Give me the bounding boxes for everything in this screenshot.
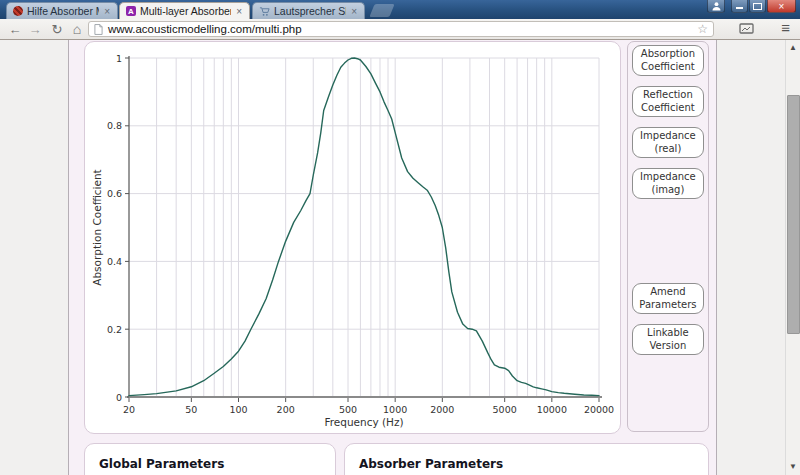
scroll-up-icon[interactable]: ▲ xyxy=(786,43,800,52)
vertical-scrollbar[interactable]: ▲ ▼ xyxy=(785,40,800,475)
chart-panel: 2050100200500100020005000100002000000.20… xyxy=(84,41,621,434)
global-parameters-title: Global Parameters xyxy=(85,444,335,471)
svg-text:5000: 5000 xyxy=(493,404,517,415)
window-controls: × xyxy=(707,0,796,13)
svg-text:0.2: 0.2 xyxy=(107,324,122,335)
tab-close-icon[interactable]: × xyxy=(103,6,111,17)
absorption-chart: 2050100200500100020005000100002000000.20… xyxy=(85,42,618,431)
svg-text:2000: 2000 xyxy=(430,404,454,415)
page-content: 2050100200500100020005000100002000000.20… xyxy=(0,40,800,475)
impedance-real-button[interactable]: Impedance (real) xyxy=(632,127,704,158)
svg-text:1000: 1000 xyxy=(383,404,407,415)
tab-lautsprecher-shop[interactable]: Lautsprecher Shop | miniC × xyxy=(252,2,365,19)
main-frame: 2050100200500100020005000100002000000.20… xyxy=(69,40,716,475)
browser-toolbar: ← → ↻ ⌂ www.acousticmodelling.com/multi.… xyxy=(0,19,800,40)
close-button[interactable]: × xyxy=(767,0,796,13)
bookmark-star-icon[interactable]: ☆ xyxy=(697,22,708,36)
svg-text:10000: 10000 xyxy=(537,404,567,415)
sidebar-spacer xyxy=(628,209,708,283)
address-bar[interactable]: www.acousticmodelling.com/multi.php ☆ xyxy=(88,21,714,37)
right-margin-frame xyxy=(716,40,785,475)
amend-parameters-button[interactable]: Amend Parameters xyxy=(632,283,704,314)
svg-text:0.8: 0.8 xyxy=(107,120,122,131)
svg-text:20000: 20000 xyxy=(584,404,614,415)
impedance-imag-button[interactable]: Impedance (imag) xyxy=(632,168,704,199)
tab-title: Multi-layer Absorber Calc xyxy=(140,5,231,17)
linkable-version-button[interactable]: Linkable Version xyxy=(632,324,704,355)
reflection-coefficient-button[interactable]: Reflection Coefficient xyxy=(632,86,704,117)
svg-text:100: 100 xyxy=(229,404,247,415)
url-text[interactable]: www.acousticmodelling.com/multi.php xyxy=(108,23,302,35)
minimize-icon xyxy=(736,7,743,9)
cart-favicon xyxy=(259,6,270,17)
svg-text:0.6: 0.6 xyxy=(107,188,122,199)
svg-text:200: 200 xyxy=(277,404,295,415)
svg-text:Frequency (Hz): Frequency (Hz) xyxy=(324,416,403,428)
maximize-icon xyxy=(753,3,762,10)
global-parameters-panel: Global Parameters xyxy=(84,443,336,475)
tab-title: Hilfe Absorber Module..!! xyxy=(27,5,99,17)
extension-icon[interactable] xyxy=(739,23,754,34)
forward-icon[interactable]: → xyxy=(26,19,44,39)
tab-close-icon[interactable]: × xyxy=(235,6,243,17)
absorption-coefficient-button[interactable]: Absorption Coefficient xyxy=(632,45,704,76)
profile-icon[interactable] xyxy=(707,0,725,13)
tab-close-icon[interactable]: × xyxy=(350,6,358,17)
left-margin-frame xyxy=(0,40,69,475)
tab-title: Lautsprecher Shop | miniC xyxy=(274,5,346,17)
svg-text:0: 0 xyxy=(116,392,122,403)
menu-icon[interactable]: ≡ xyxy=(781,19,790,36)
new-tab-button[interactable] xyxy=(369,4,394,17)
red-striped-ball-favicon xyxy=(13,6,23,16)
reload-icon[interactable]: ↻ xyxy=(48,19,66,39)
sidebar-panel: Absorption Coefficient Reflection Coeffi… xyxy=(627,41,709,432)
absorber-parameters-title: Absorber Parameters xyxy=(345,444,708,471)
browser-window: { "browser": { "tabs": [ {"title": "Hilf… xyxy=(0,0,800,475)
tab-hilfe-absorber[interactable]: Hilfe Absorber Module..!! × xyxy=(6,2,118,19)
minimize-button[interactable] xyxy=(731,0,748,13)
svg-text:Absorption Coefficient: Absorption Coefficient xyxy=(91,169,103,285)
svg-text:0.4: 0.4 xyxy=(107,256,122,267)
purple-a-favicon: A xyxy=(126,6,136,16)
scroll-down-icon[interactable]: ▼ xyxy=(786,462,800,471)
maximize-button[interactable] xyxy=(749,0,766,13)
home-icon[interactable]: ⌂ xyxy=(68,19,86,39)
svg-text:1: 1 xyxy=(116,53,122,64)
tab-multilayer-absorber-calc[interactable]: A Multi-layer Absorber Calc × xyxy=(119,2,250,19)
titlebar: Hilfe Absorber Module..!! × A Multi-laye… xyxy=(0,0,800,19)
back-icon[interactable]: ← xyxy=(6,19,24,39)
svg-text:500: 500 xyxy=(339,404,357,415)
page-favicon xyxy=(94,24,103,35)
absorber-parameters-panel: Absorber Parameters xyxy=(344,443,709,475)
scrollbar-thumb[interactable] xyxy=(787,95,800,334)
svg-text:20: 20 xyxy=(123,404,135,415)
svg-text:50: 50 xyxy=(185,404,197,415)
